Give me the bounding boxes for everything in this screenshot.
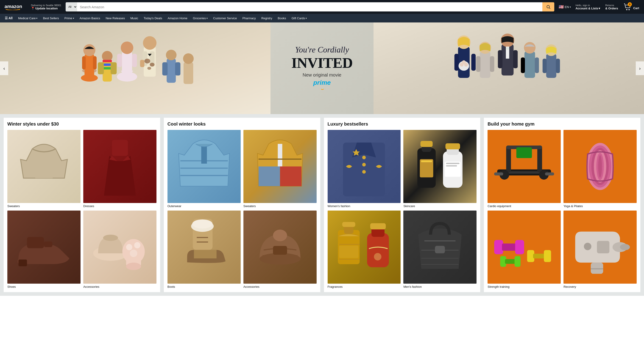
product-sweaters-1[interactable]: Sweaters	[7, 130, 80, 208]
sweaters-2-label: Sweaters	[244, 204, 316, 208]
svg-point-31	[147, 67, 151, 70]
svg-point-4	[626, 9, 627, 10]
svg-rect-122	[545, 172, 554, 175]
nav-groceries[interactable]: Groceries ▾	[190, 14, 210, 22]
account-lists-label: Account & Lists ▾	[576, 7, 600, 10]
svg-rect-23	[132, 54, 137, 67]
svg-rect-16	[102, 67, 112, 70]
home-gym-grid: Cardio equipment Yog	[488, 130, 637, 288]
womens-fashion-label: Women's fashion	[328, 204, 401, 208]
svg-rect-22	[117, 54, 122, 67]
svg-point-11	[81, 74, 98, 82]
nav-prime[interactable]: Prime ▾	[62, 14, 77, 22]
home-gym-title: Build your home gym	[488, 121, 637, 127]
product-outerwear-1[interactable]: Outerwear	[168, 130, 241, 208]
language-selector[interactable]: 🇺🇸 EN ▾	[557, 3, 572, 10]
search-category-select[interactable]: All	[66, 2, 77, 11]
svg-text:amazon: amazon	[4, 4, 22, 9]
hero-tagline1: You're Cordially	[291, 45, 353, 54]
svg-point-5	[628, 9, 630, 10]
sweaters-1-image	[7, 130, 80, 203]
svg-point-20	[121, 41, 133, 54]
svg-point-30	[150, 63, 155, 67]
nav-customer-service[interactable]: Customer Service	[210, 14, 239, 22]
cart-button[interactable]: 0 Cart	[621, 1, 641, 12]
nav-all[interactable]: ☰ All	[2, 14, 15, 22]
returns-orders[interactable]: Returns & Orders	[603, 3, 620, 11]
product-strength[interactable]: Strength training	[488, 210, 561, 288]
nav-books[interactable]: Books	[275, 14, 288, 22]
product-sweaters-2[interactable]: Sweaters	[244, 130, 316, 208]
svg-rect-118	[516, 147, 532, 158]
svg-point-139	[620, 244, 630, 250]
account-dropdown-icon: ▾	[598, 7, 600, 10]
svg-rect-95	[420, 141, 433, 147]
product-shoes-1[interactable]: Shoes	[7, 210, 80, 288]
product-yoga[interactable]: Yoga & Pilates	[564, 130, 637, 208]
prime-dropdown-icon: ▾	[73, 17, 74, 19]
svg-rect-41	[454, 54, 459, 71]
nav-todays-deals[interactable]: Today's Deals	[141, 14, 165, 22]
svg-rect-136	[505, 259, 516, 264]
nav-music[interactable]: Music	[128, 14, 141, 22]
nav-best-sellers[interactable]: Best Sellers	[40, 14, 61, 22]
svg-rect-61	[546, 54, 556, 78]
product-accessories-1[interactable]: Accessories	[83, 210, 156, 288]
product-womens-fashion[interactable]: Women's fashion	[328, 130, 401, 208]
product-skincare[interactable]: Skincare	[403, 130, 476, 208]
product-mens-fashion[interactable]: Men's fashion	[403, 210, 476, 288]
svg-rect-130	[502, 244, 517, 251]
product-accessories-2[interactable]: Accessories	[244, 210, 316, 288]
account-menu[interactable]: Hello, sign in Account & Lists ▾	[573, 3, 602, 11]
svg-rect-134	[544, 250, 551, 262]
hero-banner[interactable]: You're Cordially INVITED New original mo…	[0, 22, 644, 114]
svg-rect-97	[421, 160, 432, 162]
sweaters-1-label: Sweaters	[7, 204, 80, 208]
prime-smile-icon: ⌣	[291, 86, 353, 92]
svg-point-2	[547, 5, 550, 8]
nav-registry[interactable]: Registry	[259, 14, 275, 22]
search-input[interactable]	[77, 2, 542, 11]
hero-next-button[interactable]: ›	[636, 61, 644, 75]
product-dresses-1[interactable]: Dresses	[83, 130, 156, 208]
section-luxury: Luxury bestsellers	[324, 118, 480, 292]
amazon-logo[interactable]: amazon	[3, 2, 26, 11]
svg-point-141	[584, 243, 592, 250]
cart-label: Cart	[633, 6, 639, 10]
nav-gift-cards[interactable]: Gift Cards ▾	[289, 14, 310, 22]
product-fragrances[interactable]: Fragrances	[328, 210, 401, 288]
luxury-title: Luxury bestsellers	[328, 121, 477, 127]
svg-rect-103	[446, 165, 457, 166]
svg-point-91	[362, 170, 366, 174]
svg-rect-142	[597, 241, 609, 253]
nav-amazon-basics[interactable]: Amazon Basics	[77, 14, 103, 22]
hero-tagline2: INVITED	[291, 54, 353, 71]
product-recovery[interactable]: Recovery	[564, 210, 637, 288]
product-boots-1[interactable]: Boots	[168, 210, 241, 288]
search-button[interactable]	[542, 2, 554, 11]
nav-medical-care[interactable]: Medical Care ▾	[16, 14, 40, 22]
nav-amazon-home[interactable]: Amazon Home	[165, 14, 190, 22]
accessories-2-label: Accessories	[244, 285, 316, 288]
nav-new-releases[interactable]: New Releases	[103, 14, 127, 22]
svg-rect-9	[82, 56, 86, 69]
update-location-link[interactable]: 📍 Update location	[31, 7, 61, 10]
hero-prev-button[interactable]: ‹	[0, 61, 8, 75]
svg-rect-63	[542, 59, 547, 73]
svg-rect-10	[93, 56, 96, 69]
nav-pharmacy[interactable]: Pharmacy	[240, 14, 258, 22]
svg-point-77	[130, 249, 138, 257]
svg-rect-57	[524, 51, 535, 78]
cool-winter-title: Cool winter looks	[168, 121, 316, 127]
svg-rect-36	[175, 62, 180, 76]
svg-rect-102	[446, 163, 459, 164]
svg-rect-37	[184, 62, 193, 84]
delivering-to-label: Delivering to Seattle 98001	[31, 4, 61, 7]
cart-count-badge: 0	[628, 2, 632, 6]
prev-arrow-icon: ‹	[4, 66, 5, 71]
location-selector[interactable]: Delivering to Seattle 98001 📍 Update loc…	[29, 3, 63, 11]
product-cardio[interactable]: Cardio equipment	[488, 130, 561, 208]
cool-winter-grid: Outerwear Sweaters	[168, 130, 316, 288]
medical-care-dropdown-icon: ▾	[36, 17, 38, 19]
accessories-1-image	[83, 210, 156, 284]
